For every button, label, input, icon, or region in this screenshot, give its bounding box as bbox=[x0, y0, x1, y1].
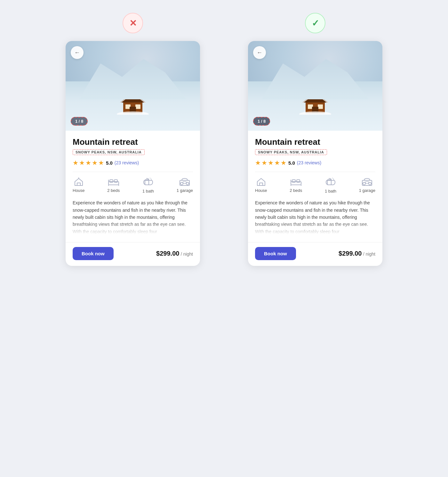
right-card-body: Mountain retreat SNOWY PEAKS, NSW, AUSTR… bbox=[248, 131, 382, 242]
svg-line-17 bbox=[151, 179, 151, 179]
left-divider bbox=[73, 172, 193, 172]
right-bath-icon bbox=[325, 177, 336, 187]
star-5: ★ bbox=[98, 159, 104, 167]
snow-background bbox=[66, 41, 200, 131]
left-rating-row: ★ ★ ★ ★ ★ 5.0 (23 reviews) bbox=[73, 159, 193, 167]
right-garage-icon bbox=[362, 177, 372, 186]
right-rating-score: 5.0 bbox=[288, 160, 295, 166]
star-1: ★ bbox=[73, 159, 78, 167]
left-card-footer: Book now $299.00 / night bbox=[66, 242, 200, 266]
left-bath-label: 1 bath bbox=[142, 189, 154, 193]
right-amenity-beds: 2 beds bbox=[290, 177, 302, 193]
svg-point-20 bbox=[180, 182, 183, 185]
right-rating-reviews: (23 reviews) bbox=[297, 160, 321, 165]
right-snow-background bbox=[248, 41, 382, 131]
right-amenity-bath: 1 bath bbox=[325, 177, 336, 193]
bath-icon bbox=[143, 177, 153, 187]
right-location-badge: SNOWY PEAKS, NSW, AUSTRALIA bbox=[255, 149, 327, 155]
left-rating-reviews: (23 reviews) bbox=[115, 160, 139, 165]
right-verdict-icon: ✓ bbox=[305, 13, 325, 33]
house-icon bbox=[74, 177, 84, 186]
right-column: ✓ ← bbox=[230, 13, 400, 266]
right-star-4: ★ bbox=[274, 159, 280, 167]
right-amenity-house: House bbox=[255, 177, 267, 193]
svg-point-42 bbox=[363, 182, 365, 185]
left-amenity-bath: 1 bath bbox=[142, 177, 154, 193]
page-wrapper: ✕ bbox=[48, 13, 400, 266]
garage-icon bbox=[179, 177, 190, 186]
right-house-label: House bbox=[255, 188, 267, 193]
right-star-1: ★ bbox=[255, 159, 261, 167]
right-star-2: ★ bbox=[261, 159, 267, 167]
svg-point-43 bbox=[369, 182, 371, 185]
bed-icon bbox=[108, 177, 119, 186]
svg-marker-1 bbox=[120, 92, 146, 103]
left-card-image: ← 1 / 8 bbox=[66, 41, 200, 131]
back-arrow-left: ← bbox=[74, 49, 80, 56]
svg-rect-27 bbox=[318, 104, 323, 109]
right-cabin-illustration bbox=[296, 89, 334, 115]
right-description: Experience the wonders of nature as you … bbox=[255, 199, 375, 234]
cabin-illustration bbox=[114, 89, 152, 115]
star-4: ★ bbox=[92, 159, 98, 167]
right-back-arrow: ← bbox=[257, 49, 262, 56]
right-symbol: ✓ bbox=[312, 18, 319, 29]
left-card-title: Mountain retreat bbox=[73, 137, 193, 147]
right-book-button[interactable]: Book now bbox=[255, 247, 296, 260]
right-price-block: $299.00 / night bbox=[339, 250, 375, 257]
svg-marker-24 bbox=[302, 92, 328, 103]
svg-rect-25 bbox=[319, 93, 322, 99]
left-card: ← 1 / 8 Mountain retreat SNOWY PEAKS, NS… bbox=[66, 41, 200, 266]
star-2: ★ bbox=[79, 159, 85, 167]
wrong-symbol: ✕ bbox=[129, 18, 137, 29]
right-amenities-row: House 2 beds bbox=[255, 177, 375, 193]
left-price-block: $299.00 / night bbox=[156, 250, 193, 257]
svg-point-7 bbox=[117, 111, 149, 115]
right-description-wrapper: Experience the wonders of nature as you … bbox=[255, 199, 375, 234]
right-card-title: Mountain retreat bbox=[255, 137, 375, 147]
left-column: ✕ bbox=[48, 13, 218, 266]
svg-point-21 bbox=[186, 182, 189, 185]
right-garage-label: 1 garage bbox=[359, 188, 375, 193]
right-star-3: ★ bbox=[268, 159, 274, 167]
left-amenity-garage: 1 garage bbox=[177, 177, 193, 193]
svg-rect-44 bbox=[365, 182, 369, 184]
right-house-icon bbox=[256, 177, 266, 186]
left-image-counter: 1 / 8 bbox=[71, 117, 88, 126]
right-bath-label: 1 bath bbox=[325, 189, 336, 193]
svg-rect-22 bbox=[183, 182, 186, 184]
right-divider bbox=[255, 172, 375, 172]
left-stars: ★ ★ ★ ★ ★ bbox=[73, 159, 104, 167]
left-beds-label: 2 beds bbox=[107, 188, 120, 193]
right-beds-label: 2 beds bbox=[290, 188, 302, 193]
svg-line-39 bbox=[333, 179, 334, 179]
star-3: ★ bbox=[85, 159, 91, 167]
left-amenities-row: House 2 beds bbox=[73, 177, 193, 193]
right-amenity-garage: 1 garage bbox=[359, 177, 375, 193]
left-card-body: Mountain retreat SNOWY PEAKS, NSW, AUSTR… bbox=[66, 131, 200, 242]
left-back-button[interactable]: ← bbox=[71, 46, 84, 59]
right-price-amount: $299.00 bbox=[339, 250, 362, 257]
right-card-image: ← 1 / 8 bbox=[248, 41, 382, 131]
right-card: ← 1 / 8 Mountain retreat SNOWY PEAKS, NS… bbox=[248, 41, 382, 266]
right-stars: ★ ★ ★ ★ ★ bbox=[255, 159, 286, 167]
svg-point-30 bbox=[299, 111, 331, 115]
wrong-verdict-icon: ✕ bbox=[123, 13, 143, 33]
right-image-counter: 1 / 8 bbox=[253, 117, 270, 126]
left-garage-label: 1 garage bbox=[177, 188, 193, 193]
right-star-5: ★ bbox=[281, 159, 286, 167]
left-book-button[interactable]: Book now bbox=[73, 247, 114, 260]
left-description: Experience the wonders of nature as you … bbox=[73, 199, 193, 234]
left-house-label: House bbox=[73, 188, 85, 193]
svg-rect-2 bbox=[137, 93, 140, 99]
right-card-footer: Book now $299.00 / night bbox=[248, 242, 382, 266]
right-rating-row: ★ ★ ★ ★ ★ 5.0 (23 reviews) bbox=[255, 159, 375, 167]
left-amenity-house: House bbox=[73, 177, 85, 193]
left-description-wrapper: Experience the wonders of nature as you … bbox=[73, 199, 193, 234]
right-back-button[interactable]: ← bbox=[253, 46, 266, 59]
right-bed-icon bbox=[290, 177, 302, 186]
right-price-unit: / night bbox=[363, 251, 375, 257]
left-price-amount: $299.00 bbox=[156, 250, 179, 257]
left-rating-score: 5.0 bbox=[106, 160, 113, 166]
left-amenity-beds: 2 beds bbox=[107, 177, 120, 193]
